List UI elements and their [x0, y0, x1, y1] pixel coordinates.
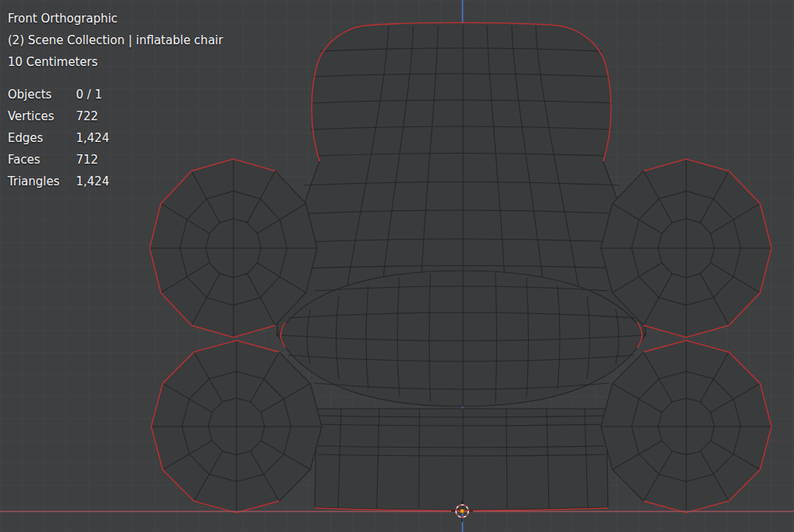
stat-value: 1,424: [76, 174, 109, 188]
stat-row-faces: Faces712: [8, 149, 223, 171]
stat-label: Triangles: [8, 171, 76, 192]
chair-base: [315, 409, 608, 511]
stat-value: 1,424: [76, 131, 109, 145]
breadcrumb: (2) Scene Collection | inflatable chair: [8, 29, 223, 51]
stat-label: Edges: [8, 127, 76, 149]
cursor-origin-dot: [460, 509, 464, 513]
viewport-overlay: Front Orthographic (2) Scene Collection …: [8, 8, 223, 192]
stat-label: Faces: [8, 149, 76, 171]
stat-label: Vertices: [8, 105, 76, 127]
blender-3d-viewport[interactable]: Front Orthographic (2) Scene Collection …: [0, 0, 794, 532]
stat-row-vertices: Vertices722: [8, 105, 223, 127]
stat-value: 712: [76, 153, 98, 167]
stat-value: 0 / 1: [76, 88, 102, 102]
stat-row-triangles: Triangles1,424: [8, 171, 223, 192]
stat-row-edges: Edges1,424: [8, 127, 223, 149]
stat-value: 722: [76, 109, 98, 123]
scene-statistics: Objects0 / 1 Vertices722 Edges1,424 Face…: [8, 84, 223, 192]
stat-row-objects: Objects0 / 1: [8, 84, 223, 105]
stat-label: Objects: [8, 84, 76, 105]
grid-scale-label: 10 Centimeters: [8, 51, 223, 73]
view-name-label: Front Orthographic: [8, 8, 223, 29]
